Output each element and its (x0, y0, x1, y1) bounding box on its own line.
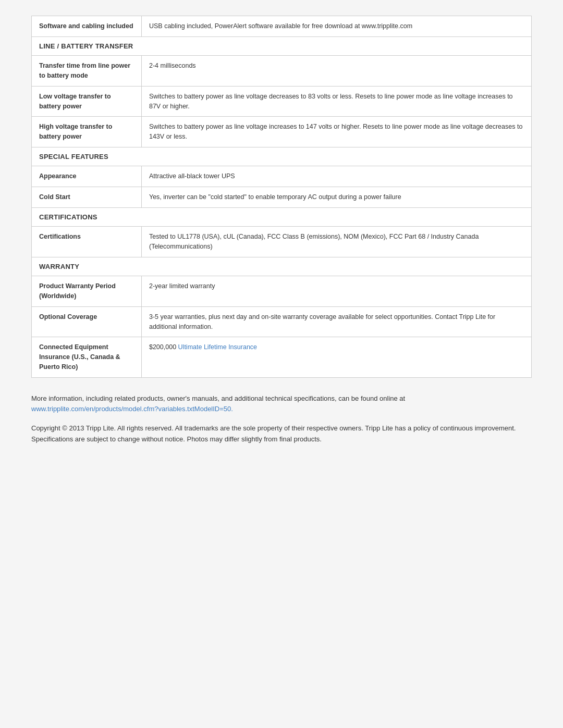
value-connected-equipment: $200,000 Ultimate Lifetime Insurance (141, 337, 531, 377)
section-special-label: SPECIAL FEATURES (32, 147, 532, 166)
label-transfer-time: Transfer time from line power to battery… (32, 56, 142, 87)
value-appearance: Attractive all-black tower UPS (141, 166, 531, 187)
table-row-appearance: Appearance Attractive all-black tower UP… (32, 166, 532, 187)
value-product-warranty: 2-year limited warranty (141, 276, 531, 307)
label-appearance: Appearance (32, 166, 142, 187)
insurance-amount: $200,000 (149, 343, 178, 351)
label-connected-equipment: Connected Equipment Insurance (U.S., Can… (32, 337, 142, 377)
label-cold-start: Cold Start (32, 187, 142, 208)
label-product-warranty: Product Warranty Period (Worldwide) (32, 276, 142, 307)
footer-info-text: More information, including related prod… (31, 394, 405, 402)
table-row-cold-start: Cold Start Yes, inverter can be "cold st… (32, 187, 532, 208)
label-certifications: Certifications (32, 227, 142, 257)
label-low-voltage: Low voltage transfer to battery power (32, 86, 142, 117)
label-high-voltage: High voltage transfer to battery power (32, 117, 142, 147)
section-warranty: WARRANTY (32, 257, 532, 276)
table-row-low-voltage: Low voltage transfer to battery power Sw… (32, 86, 532, 117)
section-certifications: CERTIFICATIONS (32, 207, 532, 227)
section-special-features: SPECIAL FEATURES (32, 147, 532, 166)
value-low-voltage: Switches to battery power as line voltag… (141, 86, 531, 117)
section-warranty-label: WARRANTY (32, 257, 532, 276)
table-row-software: Software and cabling included USB cablin… (32, 16, 532, 37)
table-row-certifications: Certifications Tested to UL1778 (USA), c… (32, 227, 532, 257)
table-row-product-warranty: Product Warranty Period (Worldwide) 2-ye… (32, 276, 532, 307)
section-cert-label: CERTIFICATIONS (32, 207, 532, 227)
value-cold-start: Yes, inverter can be "cold started" to e… (141, 187, 531, 208)
value-optional-coverage: 3-5 year warranties, plus next day and o… (141, 306, 531, 337)
insurance-link[interactable]: Ultimate Lifetime Insurance (178, 343, 257, 351)
footer-info-link[interactable]: www.tripplite.com/en/products/model.cfm?… (31, 405, 233, 413)
label-software: Software and cabling included (32, 16, 142, 37)
value-certifications: Tested to UL1778 (USA), cUL (Canada), FC… (141, 227, 531, 257)
label-optional-coverage: Optional Coverage (32, 306, 142, 337)
table-row-connected-equipment: Connected Equipment Insurance (U.S., Can… (32, 337, 532, 377)
footer-info: More information, including related prod… (31, 393, 532, 415)
copyright-text: Copyright © 2013 Tripp Lite. All rights … (31, 423, 532, 445)
table-row-optional-coverage: Optional Coverage 3-5 year warranties, p… (32, 306, 532, 337)
spec-table: Software and cabling included USB cablin… (31, 16, 532, 378)
section-line-battery: LINE / BATTERY TRANSFER (32, 36, 532, 56)
value-high-voltage: Switches to battery power as line voltag… (141, 117, 531, 147)
section-header-label: LINE / BATTERY TRANSFER (32, 36, 532, 56)
table-row-high-voltage: High voltage transfer to battery power S… (32, 117, 532, 147)
value-transfer-time: 2-4 milliseconds (141, 56, 531, 87)
value-software: USB cabling included, PowerAlert softwar… (141, 16, 531, 37)
table-row-transfer-time: Transfer time from line power to battery… (32, 56, 532, 87)
